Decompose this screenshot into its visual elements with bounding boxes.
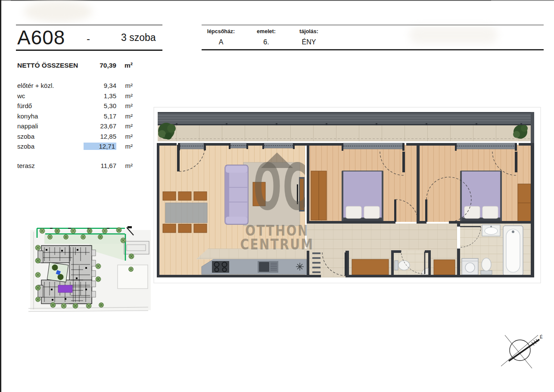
field-floor: emelet: 6.: [247, 28, 286, 46]
bed-2: [460, 171, 502, 222]
pillow: [346, 206, 361, 218]
header-rule-bottom: [202, 49, 544, 50]
bed-1: [342, 171, 383, 222]
row-value: 11,67: [86, 162, 116, 169]
bed1-door-leaf: [394, 199, 396, 222]
row-unit: m²: [116, 112, 133, 120]
table-row: szoba 12,71 m²: [17, 143, 133, 153]
row-label: nappali: [17, 122, 86, 130]
dining-table: [165, 203, 207, 223]
table-row: konyha 5,17 m²: [17, 112, 133, 123]
table-row: wc 1,35 m²: [17, 92, 133, 103]
site-plan: [25, 224, 152, 314]
row-value: 9,34: [86, 82, 116, 89]
row-value: 5,17: [86, 112, 116, 120]
field-staircase: lépcsőház: A: [201, 28, 241, 46]
highlighted-unit: [58, 285, 72, 292]
title-separator: -: [87, 33, 90, 45]
field-orientation: tájolás: ÉNY: [296, 28, 322, 46]
row-value: 5,30: [86, 102, 116, 109]
terrace-end-wall: [531, 112, 534, 148]
pillow: [364, 206, 380, 218]
row-value-highlighted: 12,71: [84, 143, 116, 150]
row-unit: m²: [116, 102, 133, 109]
field-staircase-value: A: [201, 38, 241, 46]
total-unit: m²: [116, 62, 133, 69]
watermark-logo: OC: [253, 150, 308, 224]
row-unit: m²: [116, 122, 133, 130]
row-label: konyha: [17, 112, 86, 120]
bedroom-1: [311, 171, 383, 222]
row-value: 1,35: [86, 92, 116, 100]
pillow: [464, 206, 480, 218]
row-label: szoba: [17, 143, 84, 150]
row-unit: m²: [116, 133, 133, 140]
table-row: előtér + közl. 9,34 m²: [17, 82, 133, 92]
north-label: É: [540, 334, 543, 339]
row-label: fürdő: [17, 102, 86, 109]
terrace-door-living-leaf: [177, 145, 180, 171]
watermark-line2: CENTRUM: [240, 236, 314, 252]
row-unit: m²: [116, 82, 133, 89]
row-label: szoba: [17, 133, 86, 140]
table-row: nappali 23,67 m²: [17, 122, 133, 133]
row-label: wc: [17, 92, 86, 100]
total-label: NETTÓ ÖSSZESEN: [17, 62, 86, 69]
bathroom-sink-icon: [482, 225, 500, 236]
annex-building: [124, 241, 149, 254]
wc-toilet-icon: [395, 261, 410, 270]
row-label: előtér + közl.: [17, 82, 86, 89]
sofa: [225, 165, 248, 224]
bed2-door-leaf: [425, 199, 427, 222]
field-staircase-label: lépcsőház:: [201, 28, 241, 34]
table-row-terrace: terasz 11,67 m²: [17, 162, 133, 172]
kitchen: [202, 259, 307, 274]
row-label: terasz: [17, 162, 86, 169]
floorplan-sheet: A608 - 3 szoba lépcsőház: A emelet: 6. t…: [0, 0, 554, 392]
row-unit: m²: [116, 92, 133, 100]
unit-id: A608: [17, 26, 65, 49]
row-value: 12,85: [86, 133, 116, 140]
hall-cabinet: [434, 260, 455, 275]
terrace-door-bed2-leaf: [515, 152, 517, 172]
total-value: 70,39: [86, 62, 116, 69]
faded-logo-smudge: [24, 1, 93, 22]
north-arrow: [509, 339, 539, 361]
bathtub-icon: [503, 226, 523, 276]
field-floor-label: emelet:: [247, 28, 286, 34]
scan-edge-left: [0, 0, 1, 392]
courtyard: [47, 262, 68, 282]
floor-plan-drawing: OC OTTHON CENTRUM: [153, 107, 541, 283]
pillow: [482, 206, 498, 218]
area-table: NETTÓ ÖSSZESEN 70,39 m² előtér + közl. 9…: [17, 62, 133, 172]
table-row: szoba 12,85 m²: [17, 133, 133, 143]
row-unit: m²: [116, 162, 133, 169]
terrace-railing: [158, 112, 534, 125]
row-unit: m²: [116, 143, 133, 150]
table-row-total: NETTÓ ÖSSZESEN 70,39 m²: [17, 62, 133, 71]
field-orientation-value: ÉNY: [296, 38, 322, 46]
entrance-door-leaf: [345, 252, 347, 276]
title-rule-top: [16, 25, 162, 25]
faded-header-smudge: [409, 26, 498, 44]
field-floor-value: 6.: [247, 38, 286, 46]
scan-edge-top-dark: [11, 0, 491, 1]
terrace-door-bed1-leaf: [402, 152, 405, 172]
table-row: fürdő 5,30 m²: [17, 102, 133, 112]
field-orientation-label: tájolás:: [296, 28, 322, 34]
console-table: [352, 259, 389, 275]
compass-rose: É: [495, 327, 547, 374]
wc-room: [391, 250, 431, 276]
title-rule-bottom: [16, 50, 162, 51]
row-value: 23,67: [86, 122, 116, 130]
washing-machine-icon: [462, 258, 478, 275]
room-count: 3 szoba: [121, 32, 156, 44]
kitchen-sink-icon: [258, 261, 278, 273]
stove-icon: [212, 261, 229, 273]
bathroom-toilet-icon: [481, 258, 492, 274]
header-rule-top: [202, 25, 544, 25]
